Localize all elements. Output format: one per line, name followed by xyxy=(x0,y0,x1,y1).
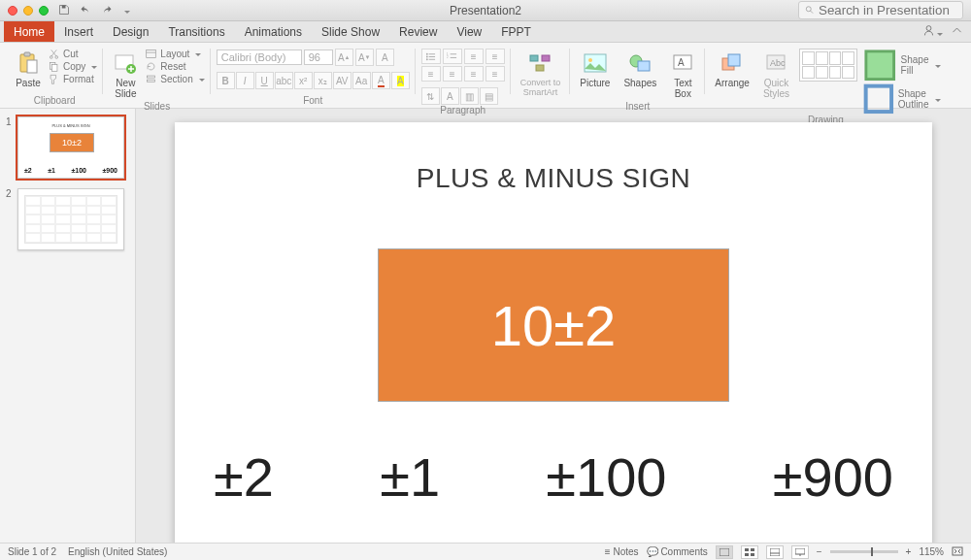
redo-icon[interactable] xyxy=(101,4,113,17)
save-icon[interactable] xyxy=(58,4,70,17)
close-window-button[interactable] xyxy=(8,6,17,16)
layout-button[interactable]: Layout xyxy=(146,49,204,59)
cut-button[interactable]: Cut xyxy=(49,49,97,59)
undo-icon[interactable] xyxy=(80,4,91,17)
change-case-button[interactable]: Aa xyxy=(352,72,371,89)
align-center-button[interactable]: ≡ xyxy=(443,66,462,82)
quick-styles-button[interactable]: AbcQuick Styles xyxy=(759,49,793,101)
language-status[interactable]: English (United States) xyxy=(68,546,167,557)
textbox-icon: A xyxy=(670,50,695,76)
notes-button[interactable]: ≡ Notes xyxy=(605,546,639,557)
tab-home[interactable]: Home xyxy=(4,21,54,42)
char-spacing-button[interactable]: AV xyxy=(333,72,352,89)
shapes-button[interactable]: Shapes xyxy=(619,49,660,90)
clear-format-button[interactable]: A xyxy=(376,49,394,66)
slide[interactable]: PLUS & MINUS SIGN 10±2 ±2 ±1 ±100 ±900 xyxy=(175,122,932,543)
tab-slideshow[interactable]: Slide Show xyxy=(312,21,389,42)
svg-point-31 xyxy=(588,58,592,62)
zoom-out-button[interactable]: − xyxy=(817,546,822,557)
numbering-button[interactable]: 12 xyxy=(443,49,462,64)
slide-value-1[interactable]: ±2 xyxy=(214,445,274,509)
align-left-button[interactable]: ≡ xyxy=(421,66,441,82)
tab-design[interactable]: Design xyxy=(103,21,158,42)
group-paragraph: 12 ≡ ≡ ≡ ≡ ≡ ≡ ⇅ A ▥ ▤ Paragraph xyxy=(416,45,511,108)
bullets-button[interactable] xyxy=(421,49,441,64)
picture-button[interactable]: Picture xyxy=(576,49,614,90)
smartart-icon xyxy=(527,50,552,76)
tab-animations[interactable]: Animations xyxy=(235,21,312,42)
slide-center-box[interactable]: 10±2 xyxy=(378,248,729,402)
slide-value-2[interactable]: ±1 xyxy=(380,445,440,509)
share-icon[interactable] xyxy=(922,24,943,39)
format-painter-button[interactable]: Format xyxy=(49,74,97,84)
increase-indent-button[interactable]: ≡ xyxy=(486,49,505,64)
slide-counter[interactable]: Slide 1 of 2 xyxy=(8,546,56,557)
highlight-button[interactable]: A xyxy=(391,72,410,89)
convert-smartart-button[interactable]: Convert to SmartArt xyxy=(517,49,565,99)
sorter-view-button[interactable] xyxy=(741,545,758,559)
search-field[interactable] xyxy=(819,3,956,17)
zoom-slider[interactable] xyxy=(830,550,898,553)
slide-value-3[interactable]: ±100 xyxy=(546,445,666,509)
svg-rect-10 xyxy=(51,64,57,71)
tab-view[interactable]: View xyxy=(447,21,491,42)
group-drawing: Arrange AbcQuick Styles Shape Fill Shape… xyxy=(705,45,946,108)
align-text-button[interactable]: ▤ xyxy=(480,87,498,105)
arrange-button[interactable]: Arrange xyxy=(711,49,753,90)
section-button[interactable]: Section xyxy=(146,74,204,84)
normal-view-button[interactable] xyxy=(716,545,733,559)
italic-button[interactable]: I xyxy=(236,72,254,89)
new-slide-button[interactable]: New Slide xyxy=(109,49,142,101)
thumbnail-1[interactable]: 1 PLUS & MINUS SIGN 10±2 ±2 ±1 ±100 ±900 xyxy=(6,116,129,179)
superscript-button[interactable]: x² xyxy=(294,72,313,89)
zoom-in-button[interactable]: + xyxy=(906,546,912,557)
grow-font-button[interactable]: A▲ xyxy=(335,49,353,66)
tab-transitions[interactable]: Transitions xyxy=(158,21,234,42)
strikethrough-button[interactable]: abc xyxy=(275,72,293,89)
fit-window-button[interactable] xyxy=(952,546,963,558)
shape-gallery[interactable] xyxy=(799,49,857,82)
slide-value-4[interactable]: ±900 xyxy=(773,445,893,509)
shrink-font-button[interactable]: A▼ xyxy=(355,49,374,66)
thumbnail-2[interactable]: 2 xyxy=(6,188,129,250)
ribbon-collapse-icon[interactable] xyxy=(951,24,963,39)
tab-insert[interactable]: Insert xyxy=(54,21,103,42)
subscript-button[interactable]: x₂ xyxy=(314,72,332,89)
font-color-button[interactable]: A xyxy=(372,72,390,89)
paste-button[interactable]: Paste xyxy=(12,49,45,90)
cut-icon xyxy=(49,49,59,59)
shape-outline-button[interactable]: Shape Outline xyxy=(863,83,940,115)
justify-button[interactable]: ≡ xyxy=(486,66,505,82)
svg-rect-42 xyxy=(720,548,729,556)
line-spacing-button[interactable]: ⇅ xyxy=(421,87,440,105)
align-right-button[interactable]: ≡ xyxy=(464,66,484,82)
svg-rect-29 xyxy=(536,65,544,71)
text-direction-button[interactable]: A xyxy=(441,87,459,105)
underline-button[interactable]: U xyxy=(255,72,274,89)
zoom-level[interactable]: 115% xyxy=(919,546,944,557)
slideshow-view-button[interactable] xyxy=(791,545,809,559)
textbox-button[interactable]: AText Box xyxy=(666,49,699,101)
minimize-window-button[interactable] xyxy=(23,6,33,16)
columns-button[interactable]: ▥ xyxy=(460,87,479,105)
zoom-window-button[interactable] xyxy=(39,6,49,16)
shape-fill-button[interactable]: Shape Fill xyxy=(863,49,940,82)
reading-view-button[interactable] xyxy=(766,545,784,559)
qat-dropdown-icon[interactable] xyxy=(122,5,130,16)
bold-button[interactable]: B xyxy=(217,72,235,89)
thumbnail-slide-1[interactable]: PLUS & MINUS SIGN 10±2 ±2 ±1 ±100 ±900 xyxy=(17,116,124,179)
tab-fppt[interactable]: FPPT xyxy=(491,21,541,42)
decrease-indent-button[interactable]: ≡ xyxy=(464,49,484,64)
search-input[interactable] xyxy=(798,1,963,19)
slide-values-row[interactable]: ±2 ±1 ±100 ±900 xyxy=(214,445,893,509)
comments-button[interactable]: 💬 Comments xyxy=(647,546,708,557)
copy-button[interactable]: Copy xyxy=(49,61,97,72)
tab-review[interactable]: Review xyxy=(389,21,447,42)
slide-title[interactable]: PLUS & MINUS SIGN xyxy=(175,163,932,194)
font-name-input[interactable] xyxy=(217,49,302,65)
reset-button[interactable]: Reset xyxy=(146,61,204,72)
thumbnail-slide-2[interactable] xyxy=(17,188,124,250)
slide-canvas-area[interactable]: PLUS & MINUS SIGN 10±2 ±2 ±1 ±100 ±900 xyxy=(136,109,971,543)
svg-text:Abc: Abc xyxy=(770,58,786,68)
font-size-input[interactable] xyxy=(304,49,333,65)
